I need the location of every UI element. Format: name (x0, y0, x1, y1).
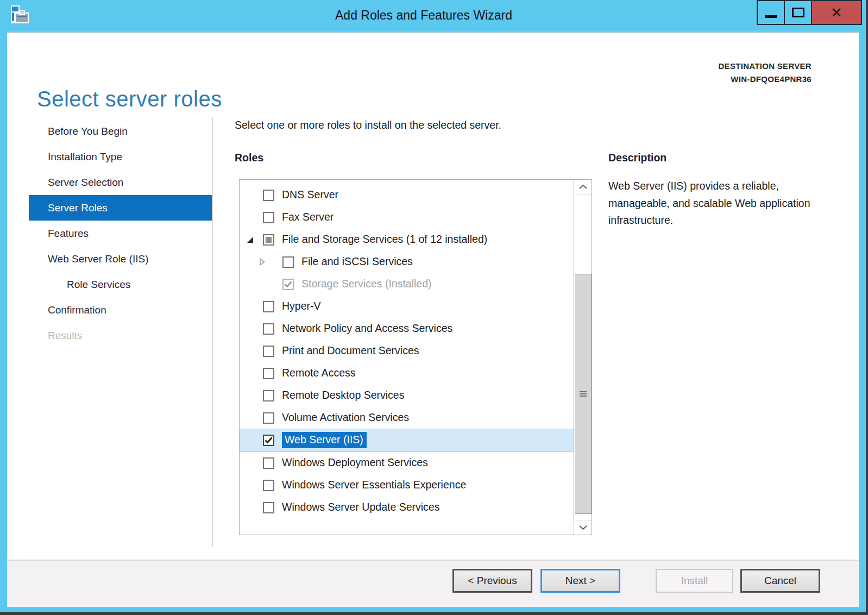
minimize-icon (765, 15, 777, 18)
scroll-up-button[interactable] (574, 180, 592, 194)
roles-heading: Roles (235, 152, 263, 164)
footer: < Previous Next > Install Cancel (7, 560, 859, 607)
role-checkbox[interactable] (282, 256, 294, 268)
role-checkbox[interactable] (263, 301, 274, 312)
role-checkbox[interactable] (263, 435, 274, 446)
window-edge (866, 0, 868, 615)
roles-listbox: DNS Server Fax Server File and Storage S… (239, 179, 592, 535)
role-row-windows-server-update-services[interactable]: Windows Server Update Services (240, 497, 574, 519)
sidebar-item-web-server-role-iis[interactable]: Web Server Role (IIS) (29, 246, 212, 272)
role-row-file-and-storage-services-1-of-12-installed[interactable]: File and Storage Services (1 of 12 insta… (240, 229, 574, 251)
install-button[interactable]: Install (656, 569, 733, 593)
role-row-web-server-iis[interactable]: Web Server (IIS) (240, 429, 574, 452)
sidebar-item-label: Before You Begin (48, 125, 128, 137)
role-checkbox[interactable] (282, 279, 294, 290)
previous-button[interactable]: < Previous (452, 569, 532, 593)
collapse-arrow-icon[interactable] (247, 236, 254, 243)
role-row-remote-access[interactable]: Remote Access (240, 362, 574, 385)
check-icon (284, 281, 292, 288)
next-button[interactable]: Next > (540, 569, 620, 593)
role-row-print-and-document-services[interactable]: Print and Document Services (240, 340, 574, 362)
role-label[interactable]: Print and Document Services (282, 344, 419, 357)
role-row-hyper-v[interactable]: Hyper-V (240, 296, 574, 318)
sidebar-item-installation-type[interactable]: Installation Type (29, 144, 212, 170)
cancel-button[interactable]: Cancel (740, 569, 820, 593)
role-row-volume-activation-services[interactable]: Volume Activation Services (240, 407, 574, 429)
title-bar: Add Roles and Features Wizard ✕ (0, 0, 868, 31)
role-label[interactable]: Hyper-V (282, 300, 321, 312)
sidebar-item-label: Confirmation (48, 304, 106, 316)
sidebar-item-label: Web Server Role (IIS) (48, 253, 148, 265)
destination-server-block: DESTINATION SERVER WIN-DFQOE4PNR36 (718, 60, 812, 86)
role-checkbox[interactable] (263, 412, 274, 424)
description-heading: Description (608, 152, 666, 164)
expand-arrow-icon[interactable] (259, 258, 266, 266)
role-checkbox[interactable] (263, 212, 274, 223)
role-checkbox[interactable] (263, 190, 274, 201)
role-label[interactable]: Volume Activation Services (282, 411, 409, 424)
role-checkbox[interactable] (263, 234, 274, 246)
sidebar-item-label: Results (48, 330, 82, 341)
role-checkbox[interactable] (263, 457, 274, 469)
check-icon (265, 437, 273, 444)
role-label[interactable]: Fax Server (282, 211, 334, 223)
sidebar-item-server-roles[interactable]: Server Roles (29, 195, 212, 221)
sidebar-item-server-selection[interactable]: Server Selection (29, 170, 212, 195)
role-row-dns-server[interactable]: DNS Server (240, 184, 574, 206)
role-row-windows-server-essentials-experience[interactable]: Windows Server Essentials Experience (240, 474, 574, 497)
role-row-file-and-iscsi-services[interactable]: File and iSCSI Services (240, 251, 574, 273)
role-row-fax-server[interactable]: Fax Server (240, 206, 574, 229)
maximize-icon (792, 8, 804, 17)
role-checkbox[interactable] (263, 390, 274, 401)
scrollbar[interactable] (574, 180, 592, 535)
destination-server-name: WIN-DFQOE4PNR36 (718, 73, 812, 86)
sidebar-item-before-you-begin[interactable]: Before You Begin (29, 118, 212, 144)
partial-check-icon (266, 237, 272, 243)
role-checkbox[interactable] (263, 346, 274, 357)
role-row-remote-desktop-services[interactable]: Remote Desktop Services (240, 385, 574, 407)
role-label[interactable]: File and Storage Services (1 of 12 insta… (282, 233, 487, 246)
sidebar-item-confirmation[interactable]: Confirmation (29, 297, 212, 323)
role-label[interactable]: DNS Server (282, 189, 338, 201)
role-label[interactable]: Storage Services (Installed) (301, 278, 432, 290)
instruction-text: Select one or more roles to install on t… (235, 119, 501, 131)
role-label[interactable]: File and iSCSI Services (301, 255, 413, 268)
role-row-storage-services-installed[interactable]: Storage Services (Installed) (240, 273, 574, 296)
role-label[interactable]: Windows Deployment Services (282, 456, 428, 469)
minimize-button[interactable] (757, 0, 785, 25)
sidebar-item-results[interactable]: Results (29, 323, 212, 348)
sidebar-item-label: Server Roles (48, 202, 108, 214)
role-checkbox[interactable] (263, 480, 274, 491)
role-row-network-policy-and-access-services[interactable]: Network Policy and Access Services (240, 318, 574, 340)
window-edge (0, 612, 868, 615)
description-text: Web Server (IIS) provides a reliable, ma… (608, 178, 825, 229)
sidebar-item-features[interactable]: Features (29, 221, 212, 246)
sidebar-item-label: Server Selection (48, 177, 123, 188)
window-controls: ✕ (758, 0, 862, 25)
role-label[interactable]: Web Server (IIS) (282, 432, 367, 448)
scrollbar-grip-icon (580, 390, 587, 398)
close-button[interactable]: ✕ (811, 0, 862, 25)
page-title: Select server roles (37, 87, 222, 111)
destination-server-label: DESTINATION SERVER (718, 60, 812, 73)
role-label[interactable]: Windows Server Update Services (282, 501, 439, 513)
scrollbar-thumb[interactable] (575, 274, 592, 514)
sidebar-item-label: Role Services (67, 279, 130, 290)
role-checkbox[interactable] (263, 368, 274, 379)
chevron-up-icon (578, 184, 588, 190)
role-row-windows-deployment-services[interactable]: Windows Deployment Services (240, 452, 574, 474)
scroll-down-button[interactable] (574, 520, 592, 535)
maximize-button[interactable] (784, 0, 812, 25)
role-label[interactable]: Remote Desktop Services (282, 389, 404, 401)
sidebar-item-label: Features (48, 228, 89, 239)
wizard-steps-nav: Before You Begin Installation Type Serve… (29, 118, 212, 348)
sidebar-item-role-services[interactable]: Role Services (29, 272, 212, 297)
role-label[interactable]: Windows Server Essentials Experience (282, 479, 466, 491)
role-checkbox[interactable] (263, 502, 274, 513)
window-title: Add Roles and Features Wizard (0, 0, 847, 31)
role-label[interactable]: Remote Access (282, 367, 355, 379)
role-checkbox[interactable] (263, 323, 274, 335)
sidebar-item-label: Installation Type (48, 151, 122, 162)
role-label[interactable]: Network Policy and Access Services (282, 322, 452, 335)
sidebar-divider (212, 117, 213, 547)
